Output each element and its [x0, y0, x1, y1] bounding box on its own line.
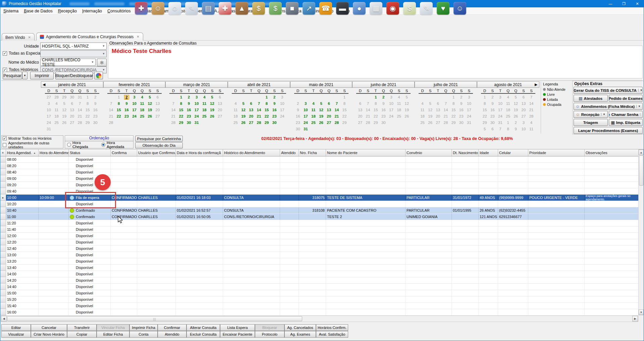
- calendar-day[interactable]: 23: [185, 113, 193, 119]
- pie-chart-icon[interactable]: [94, 72, 103, 79]
- calendar-day[interactable]: 14: [169, 107, 177, 113]
- calendar-day[interactable]: 7: [169, 100, 177, 107]
- calendar-day[interactable]: 25: [53, 119, 60, 126]
- calendar-day[interactable]: 28: [528, 113, 535, 119]
- calendar-day[interactable]: 26: [317, 119, 325, 126]
- button-triagem[interactable]: Triagem: [574, 119, 608, 126]
- column-header-atend[interactable]: Hora do Atendime: [39, 149, 69, 156]
- calendar-day[interactable]: 12: [403, 100, 411, 107]
- horizontal-scrollbar[interactable]: ◀ ▶: [1, 316, 638, 322]
- calendar-day[interactable]: 19: [512, 107, 520, 113]
- calendar-day[interactable]: 21: [333, 113, 340, 119]
- calendar-day[interactable]: 16: [185, 107, 193, 113]
- calendar-day[interactable]: 25: [504, 113, 512, 119]
- button-imprimir-ficha[interactable]: Imprimir Ficha: [129, 324, 158, 331]
- table-row[interactable]: 13:40Disponível: [0, 265, 644, 271]
- calendar-day[interactable]: 1: [340, 94, 348, 100]
- row-selector[interactable]: [0, 290, 6, 296]
- calendar-day[interactable]: 4: [528, 119, 535, 126]
- calendar-day[interactable]: 19: [239, 113, 247, 119]
- menu-item-consult-rios[interactable]: Consultórios: [105, 9, 133, 13]
- tab-bem-vindo[interactable]: Bem Vindo✕: [2, 33, 35, 41]
- calendar-day[interactable]: 26: [426, 119, 434, 126]
- button-cancelar[interactable]: Cancelar: [31, 324, 67, 331]
- button-encaixar-paciente[interactable]: Encaixar Paciente: [220, 331, 255, 338]
- menu-item-interna-o[interactable]: Internação: [79, 9, 105, 13]
- calendar-day[interactable]: 29: [450, 119, 458, 126]
- calendar-day[interactable]: 26: [239, 119, 247, 126]
- calendar-day[interactable]: 1: [115, 94, 123, 100]
- calendar-day[interactable]: 13: [247, 107, 255, 113]
- calendar-day[interactable]: 15: [263, 107, 270, 113]
- observacao-dia-button[interactable]: Observação do Dia: [135, 142, 183, 148]
- calendar-day[interactable]: 29: [84, 119, 92, 126]
- calendar-day[interactable]: 27: [247, 119, 255, 126]
- button-alterar-consulta[interactable]: Alterar Consulta: [186, 324, 220, 331]
- calendar-day[interactable]: 22: [340, 113, 348, 119]
- calendar-day[interactable]: 30: [458, 119, 465, 126]
- table-row[interactable]: 11:20Disponível: [0, 220, 644, 226]
- calendar-day[interactable]: 9: [512, 126, 520, 132]
- column-header-dataHora[interactable]: Data e Hora da confirmaçã: [176, 149, 223, 156]
- vertical-scrollbar[interactable]: ▲ ▼: [638, 149, 644, 315]
- calendar-day[interactable]: 20: [216, 107, 224, 113]
- calendar-day[interactable]: 28: [107, 119, 115, 126]
- calendar-day[interactable]: 20: [68, 113, 76, 119]
- calendar-day[interactable]: 22: [263, 113, 270, 119]
- calendar-day[interactable]: 22: [115, 113, 123, 119]
- calendar-day[interactable]: 7: [255, 100, 263, 107]
- calendar-day[interactable]: 1: [84, 94, 92, 100]
- calendar-day[interactable]: 25: [201, 113, 208, 119]
- row-selector[interactable]: [0, 201, 6, 207]
- row-selector[interactable]: [0, 265, 6, 271]
- calendar-day[interactable]: 10: [278, 100, 286, 107]
- calendar-day[interactable]: 16: [294, 113, 302, 119]
- calendar-day[interactable]: 15: [372, 107, 380, 113]
- calendar-month-title[interactable]: abril de 2021: [228, 81, 290, 88]
- calendar-day[interactable]: 4: [504, 94, 512, 100]
- calendar-day[interactable]: 30: [380, 119, 387, 126]
- calendar-day[interactable]: 29: [60, 94, 68, 100]
- hora-chegada-radio[interactable]: [67, 143, 71, 147]
- agenda-telefonica-icon[interactable]: ☎: [319, 2, 332, 15]
- calendar-day[interactable]: 24: [45, 119, 53, 126]
- calendar-day[interactable]: 29: [372, 119, 380, 126]
- row-selector[interactable]: [0, 226, 6, 232]
- calendar-day[interactable]: 15: [340, 107, 348, 113]
- calendar-day[interactable]: 2: [489, 94, 496, 100]
- calendar-day[interactable]: 11: [395, 100, 403, 107]
- calendar-day[interactable]: 30: [271, 119, 278, 126]
- table-row[interactable]: 12:40Disponível: [0, 246, 644, 252]
- calendar-day[interactable]: 15: [115, 107, 123, 113]
- button-atestados[interactable]: ▤Atestados: [574, 95, 608, 102]
- calendar-day[interactable]: 15: [177, 107, 185, 113]
- button-gerar-guia-do-tiss-de-consulta[interactable]: Gerar Guia do TISS de CONSULTA▼: [574, 87, 643, 94]
- table-row[interactable]: 08:20Disponível: [0, 163, 644, 169]
- column-header-paciente[interactable]: Nome do Paciente: [326, 149, 406, 156]
- calendar-day[interactable]: 23: [123, 113, 130, 119]
- calendar-day[interactable]: 1: [372, 94, 380, 100]
- calendar-day[interactable]: 17: [496, 107, 504, 113]
- calendar-day[interactable]: 17: [130, 107, 138, 113]
- calendar-day[interactable]: 14: [107, 107, 115, 113]
- menu-item-recep-o[interactable]: Recepção: [55, 9, 79, 13]
- calendar-day[interactable]: 6: [489, 126, 496, 132]
- agendamentos-outras-unidades-checkbox[interactable]: Agendamentos de outras unidades: [3, 141, 62, 149]
- calendar-day[interactable]: 30: [489, 119, 496, 126]
- calendar-day[interactable]: 20: [325, 113, 333, 119]
- calendar-day[interactable]: 7: [333, 100, 340, 107]
- calendar-day[interactable]: 25: [232, 119, 239, 126]
- scroll-left-icon[interactable]: ◀: [1, 316, 7, 322]
- calendar-day[interactable]: 14: [76, 107, 84, 113]
- bloquear-desbloquear-button[interactable]: Bloquer/Desbloquear: [55, 72, 93, 79]
- row-selector[interactable]: [0, 303, 6, 309]
- calendar-day[interactable]: 26: [146, 113, 154, 119]
- column-header-historico[interactable]: Histórico do Atendimento: [223, 149, 280, 156]
- calendar-day[interactable]: 25: [138, 113, 146, 119]
- calendar-day[interactable]: 28: [364, 119, 372, 126]
- calendar-day[interactable]: 8: [504, 126, 512, 132]
- calendar-day[interactable]: 15: [450, 107, 458, 113]
- receituario-icon[interactable]: ✎: [420, 2, 433, 15]
- row-selector[interactable]: [0, 156, 6, 162]
- calendar-month-title[interactable]: março de 2021: [165, 81, 228, 88]
